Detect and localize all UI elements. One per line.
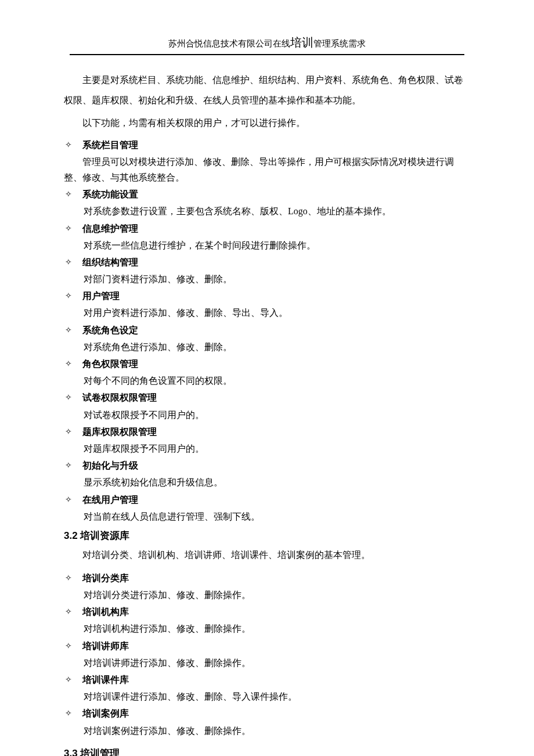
bullet-description: 对部门资料进行添加、修改、删除。 xyxy=(84,271,470,287)
bullet-description: 显示系统初始化信息和升级信息。 xyxy=(84,474,470,490)
diamond-icon: ✧ xyxy=(65,707,72,721)
diamond-icon: ✧ xyxy=(65,188,72,201)
intro-paragraph-2: 以下功能，均需有相关权限的用户，才可以进行操作。 xyxy=(64,113,470,133)
bullet-title: 试卷权限权限管理 xyxy=(82,390,157,405)
header-prefix: 苏州合悦信息技术有限公司在线 xyxy=(168,39,290,48)
bullet-item: ✧系统角色设定 xyxy=(64,322,470,338)
bullet-title: 培训分类库 xyxy=(82,570,129,586)
bullet-description: 对培训案例进行添加、修改、删除操作。 xyxy=(84,723,470,739)
bullet-item: ✧试卷权限权限管理 xyxy=(64,390,470,405)
bullet-description: 对培训分类进行添加、修改、删除操作。 xyxy=(84,587,470,603)
header-emph: 培训 xyxy=(290,36,313,49)
bullet-item: ✧培训课件库 xyxy=(64,672,470,687)
bullet-title: 题库权限权限管理 xyxy=(82,424,157,440)
header-suffix: 管理系统需求 xyxy=(313,39,366,48)
bullet-title: 培训机构库 xyxy=(82,604,129,620)
bullet-item: ✧信息维护管理 xyxy=(64,221,470,236)
bullet-description: 对系统参数进行设置，主要包含系统名称、版权、Logo、地址的基本操作。 xyxy=(84,203,470,219)
diamond-icon: ✧ xyxy=(65,673,72,687)
bullet-title: 培训案例库 xyxy=(82,705,129,721)
bullet-item: ✧系统功能设置 xyxy=(64,186,470,202)
page-header: 苏州合悦信息技术有限公司在线培训管理系统需求 xyxy=(64,35,470,52)
bullet-item: ✧角色权限管理 xyxy=(64,356,470,372)
bullet-title: 系统角色设定 xyxy=(82,322,138,338)
section-3-2-heading: 3.2 培训资源库 xyxy=(64,529,470,542)
diamond-icon: ✧ xyxy=(65,323,72,337)
diamond-icon: ✧ xyxy=(65,138,72,152)
bullet-title: 初始化与升级 xyxy=(82,458,138,473)
bullet-item: ✧培训案例库 xyxy=(64,705,470,721)
bullet-description: 对用户资料进行添加、修改、删除、导出、导入。 xyxy=(84,305,470,321)
section-1-list: ✧系统栏目管理管理员可以对模块进行添加、修改、删除、导出等操作，用户可根据实际情… xyxy=(64,137,470,524)
bullet-description: 对培训讲师进行添加、修改、删除操作。 xyxy=(84,655,470,671)
bullet-description: 对培训机构进行添加、修改、删除操作。 xyxy=(84,621,470,636)
bullet-description: 对培训课件进行添加、修改、删除、导入课件操作。 xyxy=(84,689,470,704)
bullet-title: 在线用户管理 xyxy=(82,492,138,507)
bullet-description: 对系统一些信息进行维护，在某个时间段进行删除操作。 xyxy=(84,237,470,253)
diamond-icon: ✧ xyxy=(65,357,72,371)
diamond-icon: ✧ xyxy=(65,605,72,619)
section-3-2-intro: 对培训分类、培训机构、培训讲师、培训课件、培训案例的基本管理。 xyxy=(64,546,470,564)
diamond-icon: ✧ xyxy=(65,459,72,473)
bullet-description: 对每个不同的角色设置不同的权限。 xyxy=(84,373,470,388)
diamond-icon: ✧ xyxy=(65,255,72,269)
bullet-title: 系统栏目管理 xyxy=(82,137,138,153)
diamond-icon: ✧ xyxy=(65,493,72,507)
diamond-icon: ✧ xyxy=(65,222,72,236)
bullet-title: 角色权限管理 xyxy=(82,356,138,372)
section-2-list: ✧培训分类库对培训分类进行添加、修改、删除操作。✧培训机构库对培训机构进行添加、… xyxy=(64,570,470,739)
diamond-icon: ✧ xyxy=(65,391,72,405)
bullet-item: ✧初始化与升级 xyxy=(64,458,470,473)
bullet-description: 对系统角色进行添加、修改、删除。 xyxy=(84,339,470,355)
bullet-title: 信息维护管理 xyxy=(82,221,138,236)
bullet-title: 用户管理 xyxy=(82,288,120,304)
bullet-item: ✧培训机构库 xyxy=(64,604,470,620)
section-3-3-heading: 3.3 培训管理 xyxy=(64,747,470,756)
bullet-title: 培训课件库 xyxy=(82,672,129,687)
bullet-title: 系统功能设置 xyxy=(82,186,138,202)
diamond-icon: ✧ xyxy=(65,571,72,585)
bullet-description: 对题库权限授予不同用户的。 xyxy=(84,441,470,456)
bullet-description: 管理员可以对模块进行添加、修改、删除、导出等操作，用户可根据实际情况对模块进行调… xyxy=(64,154,470,185)
bullet-item: ✧在线用户管理 xyxy=(64,492,470,507)
bullet-description: 对当前在线人员信息进行管理、强制下线。 xyxy=(84,509,470,524)
bullet-item: ✧题库权限权限管理 xyxy=(64,424,470,440)
bullet-title: 组织结构管理 xyxy=(82,254,138,270)
bullet-item: ✧系统栏目管理 xyxy=(64,137,470,153)
bullet-item: ✧用户管理 xyxy=(64,288,470,304)
header-divider xyxy=(70,54,464,55)
diamond-icon: ✧ xyxy=(65,639,72,653)
intro-paragraph-1: 主要是对系统栏目、系统功能、信息维护、组织结构、用户资料、系统角色、角色权限、试… xyxy=(64,70,470,110)
bullet-item: ✧组织结构管理 xyxy=(64,254,470,270)
bullet-item: ✧培训分类库 xyxy=(64,570,470,586)
diamond-icon: ✧ xyxy=(65,425,72,439)
bullet-title: 培训讲师库 xyxy=(82,638,129,654)
diamond-icon: ✧ xyxy=(65,289,72,303)
bullet-description: 对试卷权限授予不同用户的。 xyxy=(84,407,470,423)
bullet-item: ✧培训讲师库 xyxy=(64,638,470,654)
